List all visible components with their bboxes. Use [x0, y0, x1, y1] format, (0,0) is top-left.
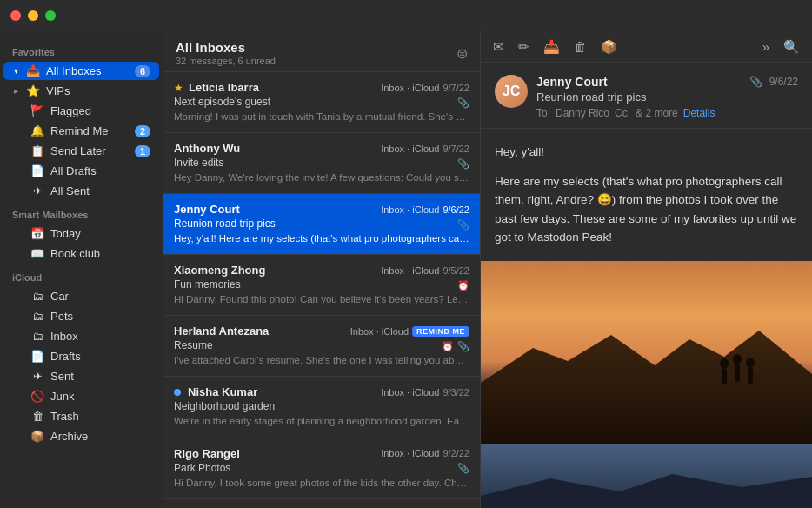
folder-icon: 🗂 [30, 330, 45, 343]
sidebar-item-inbox[interactable]: 🗂 Inbox [3, 327, 159, 345]
sidebar-item-label: Sent [50, 370, 150, 383]
message-item-selected[interactable]: Jenny Court Inbox · iCloud 9/6/22 Reunio… [163, 194, 480, 255]
attachment-icon: 📎 [457, 219, 469, 231]
chevron-icon: ▾ [14, 66, 18, 76]
titlebar [0, 0, 812, 31]
message-mailbox: Inbox · iCloud [381, 265, 439, 276]
new-message-icon[interactable]: ✉ [493, 39, 504, 55]
message-item[interactable]: Nisha Kumar Inbox · iCloud 9/3/22 Neighb… [163, 377, 480, 438]
message-item[interactable]: Herland Antezana Inbox · iCloud REMIND M… [163, 316, 480, 377]
message-mailbox: Inbox · iCloud [381, 387, 439, 398]
archive-icon: 📦 [30, 430, 45, 443]
more-icon[interactable]: » [762, 39, 769, 54]
sidebar-item-archive[interactable]: 📦 Archive [3, 427, 159, 445]
sidebar-item-label: Flagged [50, 104, 150, 117]
star-icon: ⭐ [25, 84, 41, 97]
sidebar-item-label: Inbox [50, 330, 150, 343]
delete-icon[interactable]: 🗑 [574, 39, 587, 54]
sidebar-item-label: Pets [50, 310, 150, 323]
to-address: Danny Rico [556, 107, 609, 119]
message-sender: Nisha Kumar [188, 385, 257, 398]
minimize-button[interactable] [28, 10, 38, 21]
message-sender: Leticia Ibarra [189, 81, 259, 94]
message-preview: I've attached Carol's resume. She's the … [174, 353, 469, 367]
cc-label: Cc: [615, 107, 630, 119]
attachment-icon: 📎 [457, 463, 469, 474]
unread-badge: 6 [135, 65, 150, 77]
message-item[interactable]: Xiaomeng Zhong Inbox · iCloud 9/5/22 Fun… [163, 255, 480, 316]
sidebar-item-trash[interactable]: 🗑 Trash [3, 407, 159, 425]
sidebar-item-label: Drafts [50, 350, 150, 363]
sidebar-item-all-inboxes[interactable]: ▾ 📥 All Inboxes 6 [3, 62, 159, 80]
chevron-icon: ▸ [14, 86, 18, 96]
email-image2 [481, 444, 812, 508]
maximize-button[interactable] [45, 10, 56, 21]
filter-icon[interactable]: ⊜ [456, 45, 468, 62]
sent-icon: ✈ [30, 370, 45, 383]
star-icon: ★ [174, 82, 183, 94]
sidebar-item-flagged[interactable]: 🚩 Flagged [3, 102, 159, 120]
message-item[interactable]: Anthony Wu Inbox · iCloud 9/7/22 Invite … [163, 133, 480, 194]
message-item[interactable]: Rigo Rangel Inbox · iCloud 9/2/22 Park P… [163, 438, 480, 499]
draft-icon: 📄 [30, 350, 45, 363]
message-list: All Inboxes 32 messages, 6 unread ⊜ ★ Le… [163, 31, 481, 508]
svg-point-2 [720, 358, 729, 369]
sidebar-item-today[interactable]: 📅 Today [3, 224, 159, 243]
message-sender: Jenny Court [174, 203, 240, 216]
unread-badge: 1 [135, 145, 150, 157]
sidebar-item-remind-me[interactable]: 🔔 Remind Me 2 [3, 122, 159, 140]
search-icon[interactable]: 🔍 [783, 39, 800, 55]
message-preview: We're in the early stages of planning a … [174, 414, 469, 428]
sidebar-item-label: All Inboxes [46, 64, 130, 77]
body-paragraph: Here are my selects (that's what pro pho… [495, 172, 798, 247]
flag-icon: 🚩 [30, 104, 45, 117]
svg-rect-7 [748, 368, 753, 384]
sidebar-item-pets[interactable]: 🗂 Pets [3, 307, 159, 325]
sidebar-item-car[interactable]: 🗂 Car [3, 287, 159, 305]
sidebar-item-all-drafts[interactable]: 📄 All Drafts [3, 162, 159, 180]
email-from: Jenny Court [536, 75, 608, 89]
attachment-icon: 📎 [457, 158, 469, 170]
cc-value: & 2 more [636, 107, 678, 119]
sidebar-item-label: Send Later [50, 144, 130, 157]
svg-point-4 [733, 354, 742, 364]
sidebar-item-junk[interactable]: 🚫 Junk [3, 387, 159, 405]
sidebar-item-label: Book club [50, 247, 150, 260]
message-list-subtitle: 32 messages, 6 unread [176, 56, 276, 66]
bell-icon: 🔔 [30, 124, 45, 137]
remind-badge: REMIND ME [412, 326, 469, 337]
archive-toolbar-icon[interactable]: 📥 [543, 39, 560, 55]
message-sender: Xiaomeng Zhong [174, 264, 265, 277]
sidebar-item-sent[interactable]: ✈ Sent [3, 367, 159, 385]
svg-rect-3 [722, 369, 727, 384]
close-button[interactable] [10, 10, 21, 21]
sidebar-item-label: All Drafts [50, 164, 150, 177]
to-label: To: [536, 107, 550, 119]
sidebar-item-label: Car [50, 290, 150, 303]
compose-icon[interactable]: ✏ [518, 39, 529, 55]
folder-icon: 🗂 [30, 310, 45, 323]
attachment-icon: 📎 [457, 341, 469, 352]
details-link[interactable]: Details [683, 107, 715, 119]
move-icon[interactable]: 📦 [601, 39, 617, 55]
message-date: 9/5/22 [443, 265, 469, 276]
message-subject: Neighborhood garden [174, 400, 469, 412]
sidebar-item-book-club[interactable]: 📖 Book club [3, 244, 159, 263]
sidebar-item-send-later[interactable]: 📋 Send Later 1 [3, 142, 159, 160]
message-date: 9/3/22 [443, 387, 469, 398]
unread-indicator [174, 389, 181, 396]
sidebar-item-label: Remind Me [50, 124, 130, 137]
sidebar-item-all-sent[interactable]: ✈ All Sent [3, 182, 159, 200]
body-line1: Hey, y'all! [495, 143, 798, 162]
message-date: 9/7/22 [443, 144, 469, 154]
detail-pane: ✉ ✏ 📥 🗑 📦 » 🔍 JC Jenny Court 📎 [481, 31, 812, 508]
message-subject: Park Photos [174, 462, 230, 474]
svg-point-6 [746, 358, 755, 368]
sidebar-item-vips[interactable]: ▸ ⭐ VIPs [3, 82, 159, 100]
smart-mailboxes-section-label: Smart Mailboxes [0, 201, 163, 224]
email-body: Hey, y'all! Here are my selects (that's … [481, 129, 812, 261]
sidebar-item-drafts[interactable]: 📄 Drafts [3, 347, 159, 365]
message-item[interactable]: ★ Leticia Ibarra Inbox · iCloud 9/7/22 N… [163, 72, 480, 133]
email-image [481, 261, 812, 444]
clock-icon: ⏰ [442, 341, 454, 352]
